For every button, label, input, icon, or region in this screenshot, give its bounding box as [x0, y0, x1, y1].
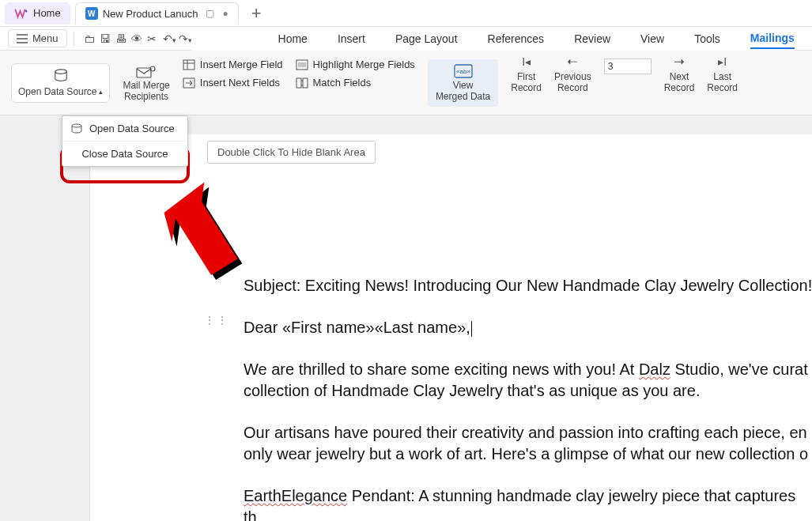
tab-review[interactable]: Review — [574, 29, 610, 48]
record-number-group — [598, 54, 658, 111]
new-tab-button[interactable]: + — [251, 3, 262, 24]
svg-rect-2 — [137, 68, 151, 77]
open-data-source-button[interactable]: Open Data Source▴ — [11, 63, 110, 103]
highlight-merge-fields-label: Highlight Merge Fields — [313, 59, 415, 70]
match-fields-label: Match Fields — [313, 77, 372, 89]
next-l2: Record — [664, 82, 695, 93]
svg-rect-7 — [298, 62, 306, 67]
quick-access-toolbar: Menu 🗀 🖫 🖶 👁 ✂ ↶▾ ↷▾ Home Insert Page La… — [0, 27, 812, 51]
p2c: collection of Handmade Clay Jewelry that… — [244, 382, 700, 399]
abc-preview-icon: «ab» — [454, 64, 473, 78]
merge-field-first-name[interactable]: «First name» — [282, 319, 375, 336]
view-l1: View — [453, 80, 474, 91]
p3b: only wear jewelry but a work of art. Her… — [244, 445, 808, 462]
record-number-input[interactable] — [604, 59, 651, 74]
next-l1: Next — [670, 71, 689, 82]
chevron-down-icon: ▴ — [99, 88, 103, 96]
last-record-icon: ▸I — [718, 54, 727, 70]
match-fields-button[interactable]: Match Fields — [294, 75, 417, 90]
insert-merge-field-button[interactable]: Insert Merge Field — [181, 57, 285, 72]
prev-l1: Previous — [554, 71, 591, 82]
merge-fields-col-1: Insert Merge Field Insert Next Fields — [176, 54, 289, 111]
tab-close-dot[interactable]: ● — [222, 8, 228, 19]
document-tab-label: New Product Lanuch — [103, 8, 198, 20]
tab-view[interactable]: View — [640, 29, 664, 48]
database-small-icon — [70, 123, 83, 134]
print-icon[interactable]: 🖶 — [112, 31, 127, 47]
hamburger-menu-button[interactable]: Menu — [8, 29, 67, 47]
tab-mailings[interactable]: Mailings — [750, 28, 795, 49]
last-record-button[interactable]: ▸I LastRecord — [701, 54, 744, 111]
p2b: Studio, we've curat — [670, 361, 808, 378]
text-cursor — [471, 321, 472, 337]
insert-next-fields-button[interactable]: Insert Next Fields — [181, 75, 285, 90]
tab-references[interactable]: References — [488, 29, 545, 48]
open-data-source-dropdown: Open Data Source Close Data Source — [62, 115, 188, 167]
first-record-button[interactable]: I◂ FirstRecord — [504, 54, 548, 111]
view-merged-data-button[interactable]: «ab» ViewMerged Data — [421, 54, 504, 111]
hide-blank-area-tooltip: Double Click To Hide Blank Area — [207, 141, 376, 164]
database-icon — [52, 69, 70, 83]
field-icon — [183, 59, 195, 70]
prev-l2: Record — [557, 82, 588, 93]
open-data-source-label: Open Data Source — [18, 86, 96, 97]
merge-field-last-name[interactable]: «Last name» — [375, 319, 466, 336]
subject-line: Subject: Exciting News! Introducing Our … — [244, 277, 812, 294]
envelope-person-icon — [136, 64, 157, 80]
match-icon — [296, 77, 308, 89]
app-home-tab[interactable]: Home — [5, 2, 70, 25]
ribbon-tab-row: Home Insert Page Layout References Revie… — [191, 27, 795, 51]
save-icon[interactable]: 🖫 — [96, 31, 111, 47]
svg-rect-4 — [183, 60, 195, 70]
menu-label: Menu — [32, 32, 59, 44]
insert-merge-field-label: Insert Merge Field — [200, 59, 283, 70]
view-l2: Merged Data — [436, 91, 490, 102]
separator — [74, 32, 74, 46]
undo-icon[interactable]: ↶▾ — [160, 31, 174, 47]
svg-rect-8 — [296, 78, 301, 88]
wps-logo-icon — [14, 8, 28, 19]
redo-icon[interactable]: ↷▾ — [176, 31, 190, 47]
last-l2: Record — [707, 82, 738, 93]
merge-fields-col-2: Highlight Merge Fields Match Fields — [289, 54, 421, 111]
tab-page-layout[interactable]: Page Layout — [395, 29, 458, 48]
dd-open-label: Open Data Source — [89, 123, 175, 134]
prev-record-icon: 🠐 — [567, 54, 578, 70]
open-icon[interactable]: 🗀 — [81, 31, 95, 47]
print-preview-icon[interactable]: 👁 — [128, 31, 142, 47]
dd-close-data-source[interactable]: Close Data Source — [62, 141, 187, 166]
cut-icon[interactable]: ✂ — [144, 31, 158, 47]
highlight-merge-fields-button[interactable]: Highlight Merge Fields — [294, 57, 417, 72]
p2-dalz: Dalz — [639, 361, 670, 378]
tab-home[interactable]: Home — [278, 29, 308, 48]
mmr-l2: Recipients — [124, 91, 168, 102]
highlight-icon — [296, 59, 308, 70]
document-body[interactable]: Subject: Exciting News! Introducing Our … — [244, 275, 812, 521]
tooltip-text: Double Click To Hide Blank Area — [217, 146, 365, 158]
tab-window-icon[interactable]: ▢ — [206, 8, 214, 19]
mail-merge-recipients-button[interactable]: Mail MergeRecipients — [116, 54, 176, 111]
insert-next-fields-label: Insert Next Fields — [200, 77, 280, 89]
svg-point-1 — [55, 69, 66, 73]
first-l2: Record — [511, 82, 542, 93]
document-tab[interactable]: W New Product Lanuch ▢ ● — [75, 2, 239, 25]
first-record-icon: I◂ — [522, 54, 531, 70]
p4-ee: EarthElegance — [244, 487, 347, 504]
last-l1: Last — [713, 71, 731, 82]
next-record-button[interactable]: 🠒 NextRecord — [658, 54, 701, 111]
p3a: Our artisans have poured their creativit… — [244, 424, 807, 441]
window-tab-bar: Home W New Product Lanuch ▢ ● + — [0, 0, 812, 27]
mailings-ribbon: Open Data Source▴ Mail MergeRecipients I… — [0, 51, 812, 115]
tab-insert[interactable]: Insert — [338, 29, 365, 48]
paragraph-drag-handle[interactable]: ⋮⋮ — [204, 318, 229, 323]
open-data-source-group: Open Data Source▴ — [5, 54, 116, 111]
hamburger-icon — [17, 34, 28, 43]
previous-record-button[interactable]: 🠐 PreviousRecord — [548, 54, 598, 111]
next-record-icon: 🠒 — [674, 54, 685, 70]
greeting-pre: Dear — [244, 319, 282, 336]
svg-point-0 — [25, 9, 28, 12]
first-l1: First — [517, 71, 535, 82]
dd-open-data-source[interactable]: Open Data Source — [62, 116, 187, 141]
mmr-l1: Mail Merge — [123, 80, 169, 91]
tab-tools[interactable]: Tools — [694, 29, 720, 48]
